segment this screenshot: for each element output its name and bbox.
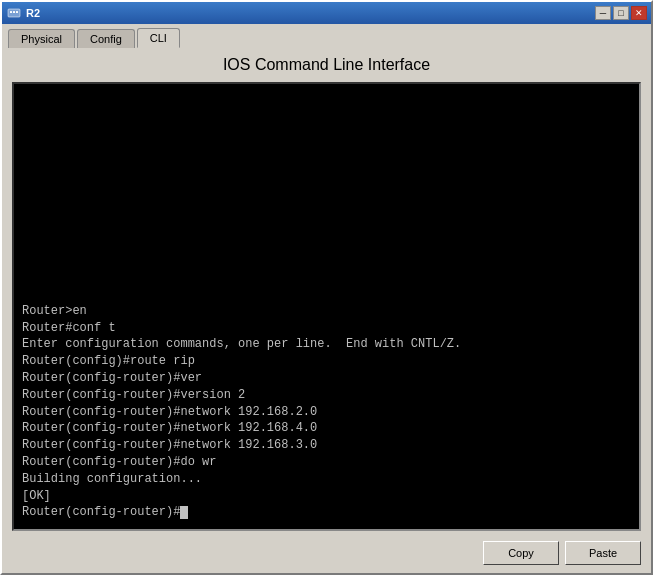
maximize-button[interactable]: □ xyxy=(613,6,629,20)
close-button[interactable]: ✕ xyxy=(631,6,647,20)
svg-rect-2 xyxy=(13,11,15,13)
title-controls: ─ □ ✕ xyxy=(595,6,647,20)
title-bar-left: R2 xyxy=(6,5,40,21)
tab-physical[interactable]: Physical xyxy=(8,29,75,48)
tab-cli[interactable]: CLI xyxy=(137,28,180,48)
svg-rect-3 xyxy=(16,11,18,13)
copy-button[interactable]: Copy xyxy=(483,541,559,565)
window: R2 ─ □ ✕ Physical Config CLI IOS Command… xyxy=(0,0,653,575)
paste-button[interactable]: Paste xyxy=(565,541,641,565)
terminal-output: Press RETURN to get started. Router>en R… xyxy=(14,84,639,529)
minimize-button[interactable]: ─ xyxy=(595,6,611,20)
window-title: R2 xyxy=(26,7,40,19)
content-area: Press RETURN to get started. Router>en R… xyxy=(2,78,651,535)
bottom-bar: Copy Paste xyxy=(2,535,651,573)
page-title: IOS Command Line Interface xyxy=(2,48,651,78)
tabs-bar: Physical Config CLI xyxy=(2,24,651,48)
terminal-container[interactable]: Press RETURN to get started. Router>en R… xyxy=(12,82,641,531)
title-bar: R2 ─ □ ✕ xyxy=(2,2,651,24)
tab-config[interactable]: Config xyxy=(77,29,135,48)
router-icon xyxy=(6,5,22,21)
svg-rect-1 xyxy=(10,11,12,13)
terminal-scroll[interactable]: Press RETURN to get started. Router>en R… xyxy=(14,84,639,529)
